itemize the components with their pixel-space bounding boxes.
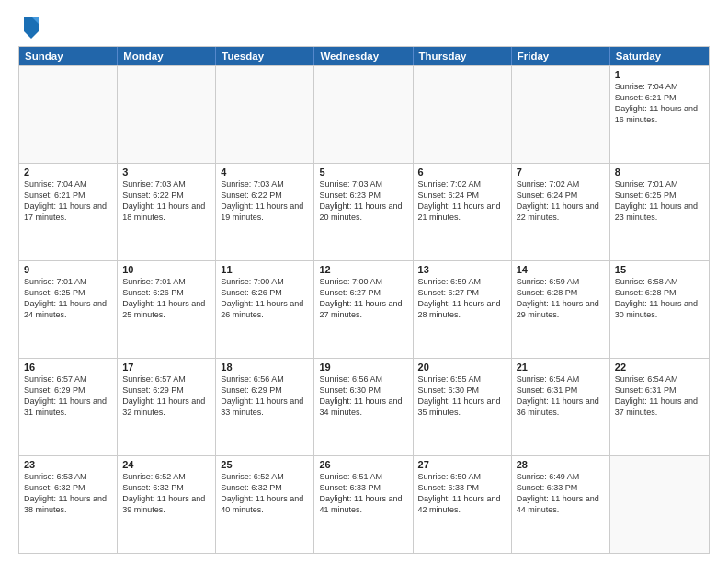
day-info: Sunrise: 7:00 AM Sunset: 6:27 PM Dayligh…	[319, 276, 407, 321]
day-number: 11	[221, 264, 309, 275]
day-cell-18: 18Sunrise: 6:56 AM Sunset: 6:29 PM Dayli…	[216, 359, 314, 455]
day-number: 13	[418, 264, 506, 275]
day-info: Sunrise: 6:55 AM Sunset: 6:30 PM Dayligh…	[418, 373, 506, 419]
day-info: Sunrise: 7:01 AM Sunset: 6:26 PM Dayligh…	[122, 276, 210, 321]
day-number: 17	[122, 362, 210, 373]
day-cell-22: 22Sunrise: 6:54 AM Sunset: 6:31 PM Dayli…	[610, 359, 709, 455]
logo-icon	[20, 15, 40, 40]
day-info: Sunrise: 6:59 AM Sunset: 6:27 PM Dayligh…	[418, 276, 506, 321]
weekday-header-tuesday: Tuesday	[216, 47, 314, 65]
empty-cell-0-0	[19, 66, 118, 163]
day-cell-24: 24Sunrise: 6:52 AM Sunset: 6:32 PM Dayli…	[118, 456, 216, 553]
day-info: Sunrise: 6:53 AM Sunset: 6:32 PM Dayligh…	[24, 471, 112, 516]
day-cell-17: 17Sunrise: 6:57 AM Sunset: 6:29 PM Dayli…	[118, 359, 216, 455]
day-number: 24	[122, 459, 210, 470]
calendar-row-4: 23Sunrise: 6:53 AM Sunset: 6:32 PM Dayli…	[19, 455, 709, 553]
day-info: Sunrise: 6:57 AM Sunset: 6:29 PM Dayligh…	[24, 373, 112, 419]
calendar-row-1: 2Sunrise: 7:04 AM Sunset: 6:21 PM Daylig…	[19, 163, 709, 260]
calendar: SundayMondayTuesdayWednesdayThursdayFrid…	[18, 46, 710, 554]
day-number: 20	[418, 362, 506, 373]
day-info: Sunrise: 7:02 AM Sunset: 6:24 PM Dayligh…	[517, 178, 605, 224]
day-info: Sunrise: 6:59 AM Sunset: 6:28 PM Dayligh…	[517, 276, 605, 321]
day-number: 5	[319, 167, 407, 178]
day-info: Sunrise: 6:50 AM Sunset: 6:33 PM Dayligh…	[418, 471, 506, 516]
day-number: 26	[319, 459, 407, 470]
day-number: 15	[615, 264, 704, 275]
calendar-row-3: 16Sunrise: 6:57 AM Sunset: 6:29 PM Dayli…	[19, 358, 709, 455]
day-info: Sunrise: 6:52 AM Sunset: 6:32 PM Dayligh…	[221, 471, 309, 516]
empty-cell-0-3	[314, 66, 413, 163]
day-number: 4	[221, 167, 309, 178]
day-number: 14	[517, 264, 605, 275]
calendar-header: SundayMondayTuesdayWednesdayThursdayFrid…	[19, 47, 709, 65]
day-info: Sunrise: 6:57 AM Sunset: 6:29 PM Dayligh…	[122, 373, 210, 419]
day-number: 21	[517, 362, 605, 373]
day-cell-7: 7Sunrise: 7:02 AM Sunset: 6:24 PM Daylig…	[512, 164, 610, 260]
day-info: Sunrise: 7:03 AM Sunset: 6:22 PM Dayligh…	[221, 178, 309, 224]
day-cell-6: 6Sunrise: 7:02 AM Sunset: 6:24 PM Daylig…	[414, 164, 512, 260]
day-cell-15: 15Sunrise: 6:58 AM Sunset: 6:28 PM Dayli…	[610, 261, 709, 358]
day-number: 18	[221, 362, 309, 373]
day-info: Sunrise: 6:56 AM Sunset: 6:29 PM Dayligh…	[221, 373, 309, 419]
day-cell-19: 19Sunrise: 6:56 AM Sunset: 6:30 PM Dayli…	[314, 359, 413, 455]
day-info: Sunrise: 6:54 AM Sunset: 6:31 PM Dayligh…	[517, 373, 605, 419]
day-cell-16: 16Sunrise: 6:57 AM Sunset: 6:29 PM Dayli…	[19, 359, 118, 455]
day-number: 25	[221, 459, 309, 470]
day-cell-28: 28Sunrise: 6:49 AM Sunset: 6:33 PM Dayli…	[512, 456, 610, 553]
weekday-header-thursday: Thursday	[414, 47, 512, 65]
empty-cell-0-5	[512, 66, 610, 163]
day-cell-9: 9Sunrise: 7:01 AM Sunset: 6:25 PM Daylig…	[19, 261, 118, 358]
day-cell-8: 8Sunrise: 7:01 AM Sunset: 6:25 PM Daylig…	[610, 164, 709, 260]
day-cell-10: 10Sunrise: 7:01 AM Sunset: 6:26 PM Dayli…	[118, 261, 216, 358]
day-info: Sunrise: 7:04 AM Sunset: 6:21 PM Dayligh…	[615, 81, 704, 126]
day-number: 9	[24, 264, 112, 275]
logo	[18, 15, 40, 37]
day-number: 8	[615, 167, 704, 178]
day-info: Sunrise: 6:51 AM Sunset: 6:33 PM Dayligh…	[319, 471, 407, 516]
page-header	[18, 15, 710, 37]
day-info: Sunrise: 7:03 AM Sunset: 6:22 PM Dayligh…	[122, 178, 210, 224]
day-info: Sunrise: 6:49 AM Sunset: 6:33 PM Dayligh…	[517, 471, 605, 516]
day-info: Sunrise: 7:01 AM Sunset: 6:25 PM Dayligh…	[24, 276, 112, 321]
weekday-header-sunday: Sunday	[19, 47, 118, 65]
weekday-header-friday: Friday	[512, 47, 610, 65]
day-info: Sunrise: 6:54 AM Sunset: 6:31 PM Dayligh…	[615, 373, 704, 419]
day-number: 3	[122, 167, 210, 178]
empty-cell-4-6	[610, 456, 709, 553]
day-info: Sunrise: 7:00 AM Sunset: 6:26 PM Dayligh…	[221, 276, 309, 321]
day-cell-20: 20Sunrise: 6:55 AM Sunset: 6:30 PM Dayli…	[414, 359, 512, 455]
day-cell-13: 13Sunrise: 6:59 AM Sunset: 6:27 PM Dayli…	[414, 261, 512, 358]
day-number: 6	[418, 167, 506, 178]
day-cell-11: 11Sunrise: 7:00 AM Sunset: 6:26 PM Dayli…	[216, 261, 314, 358]
day-cell-26: 26Sunrise: 6:51 AM Sunset: 6:33 PM Dayli…	[314, 456, 413, 553]
day-info: Sunrise: 7:03 AM Sunset: 6:23 PM Dayligh…	[319, 178, 407, 224]
calendar-body: 1Sunrise: 7:04 AM Sunset: 6:21 PM Daylig…	[19, 65, 709, 553]
day-number: 22	[615, 362, 704, 373]
calendar-row-0: 1Sunrise: 7:04 AM Sunset: 6:21 PM Daylig…	[19, 65, 709, 163]
day-cell-25: 25Sunrise: 6:52 AM Sunset: 6:32 PM Dayli…	[216, 456, 314, 553]
day-number: 2	[24, 167, 112, 178]
empty-cell-0-1	[118, 66, 216, 163]
day-cell-4: 4Sunrise: 7:03 AM Sunset: 6:22 PM Daylig…	[216, 164, 314, 260]
day-cell-14: 14Sunrise: 6:59 AM Sunset: 6:28 PM Dayli…	[512, 261, 610, 358]
day-number: 12	[319, 264, 407, 275]
empty-cell-0-4	[414, 66, 512, 163]
day-info: Sunrise: 7:02 AM Sunset: 6:24 PM Dayligh…	[418, 178, 506, 224]
day-cell-3: 3Sunrise: 7:03 AM Sunset: 6:22 PM Daylig…	[118, 164, 216, 260]
day-cell-1: 1Sunrise: 7:04 AM Sunset: 6:21 PM Daylig…	[610, 66, 709, 163]
day-number: 10	[122, 264, 210, 275]
day-number: 28	[517, 459, 605, 470]
day-number: 7	[517, 167, 605, 178]
day-info: Sunrise: 7:04 AM Sunset: 6:21 PM Dayligh…	[24, 178, 112, 224]
day-info: Sunrise: 7:01 AM Sunset: 6:25 PM Dayligh…	[615, 178, 704, 224]
day-cell-21: 21Sunrise: 6:54 AM Sunset: 6:31 PM Dayli…	[512, 359, 610, 455]
weekday-header-saturday: Saturday	[610, 47, 709, 65]
empty-cell-0-2	[216, 66, 314, 163]
weekday-header-wednesday: Wednesday	[314, 47, 413, 65]
day-cell-5: 5Sunrise: 7:03 AM Sunset: 6:23 PM Daylig…	[314, 164, 413, 260]
day-cell-23: 23Sunrise: 6:53 AM Sunset: 6:32 PM Dayli…	[19, 456, 118, 553]
calendar-row-2: 9Sunrise: 7:01 AM Sunset: 6:25 PM Daylig…	[19, 260, 709, 358]
day-number: 16	[24, 362, 112, 373]
day-cell-27: 27Sunrise: 6:50 AM Sunset: 6:33 PM Dayli…	[414, 456, 512, 553]
day-info: Sunrise: 6:52 AM Sunset: 6:32 PM Dayligh…	[122, 471, 210, 516]
